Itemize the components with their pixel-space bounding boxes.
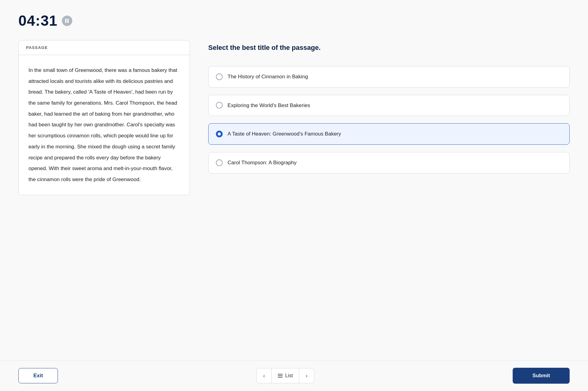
option-4[interactable]: Carol Thompson: A Biography (208, 152, 570, 173)
chevron-right-icon: › (306, 373, 307, 379)
submit-button[interactable]: Submit (513, 368, 570, 384)
radio-1 (216, 73, 223, 80)
pause-icon (65, 19, 69, 23)
timer-row: 04:31 (18, 12, 570, 29)
question-area: Select the best title of the passage. Th… (208, 40, 570, 173)
pause-button[interactable] (62, 16, 72, 26)
next-button[interactable]: › (299, 368, 314, 383)
nav-group: ‹ List › (256, 368, 314, 383)
option-3-text: A Taste of Heaven: Greenwood's Famous Ba… (228, 130, 341, 138)
list-button[interactable]: List (272, 368, 299, 383)
option-1-text: The History of Cinnamon in Baking (228, 73, 308, 80)
question-title: Select the best title of the passage. (208, 43, 570, 53)
radio-3 (216, 131, 223, 137)
passage-text: In the small town of Greenwood, there wa… (19, 55, 190, 195)
option-3[interactable]: A Taste of Heaven: Greenwood's Famous Ba… (208, 123, 570, 145)
chevron-left-icon: ‹ (263, 373, 265, 379)
passage-card: PASSAGE In the small town of Greenwood, … (18, 40, 190, 195)
radio-4 (216, 159, 223, 166)
passage-label: PASSAGE (19, 40, 190, 55)
prev-button[interactable]: ‹ (256, 368, 272, 383)
content-area: PASSAGE In the small town of Greenwood, … (18, 40, 570, 348)
list-label: List (285, 373, 293, 378)
exit-button[interactable]: Exit (18, 368, 58, 383)
radio-inner-3 (218, 132, 221, 136)
radio-2 (216, 102, 223, 109)
option-1[interactable]: The History of Cinnamon in Baking (208, 66, 570, 88)
timer-display: 04:31 (18, 12, 58, 29)
list-lines-icon (278, 374, 283, 378)
option-2-text: Exploring the World's Best Bakeries (228, 102, 310, 109)
footer: Exit ‹ List › Submit (0, 360, 588, 391)
option-4-text: Carol Thompson: A Biography (228, 159, 297, 166)
option-2[interactable]: Exploring the World's Best Bakeries (208, 95, 570, 116)
